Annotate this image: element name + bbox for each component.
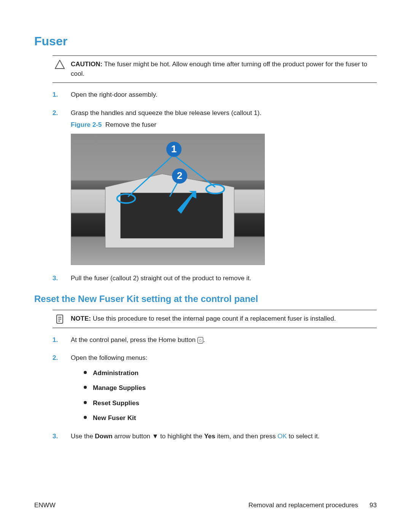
menu-item-new-fuser-kit: New Fuser Kit — [82, 413, 377, 423]
menu-item-manage-supplies: Manage Supplies — [82, 383, 377, 393]
caution-text: The fuser might be hot. Allow enough tim… — [71, 61, 367, 77]
step-text: Open the right-door assembly. — [71, 91, 157, 98]
figure-caption: Figure 2-5 Remove the fuser — [71, 120, 377, 130]
step-number: 2. — [53, 108, 58, 118]
page-footer: ENWW Removal and replacement procedures … — [34, 502, 377, 509]
menu-item-administration: Administration — [82, 368, 377, 378]
menu-list: Administration Manage Supplies Reset Sup… — [82, 368, 377, 423]
step-text: Pull the fuser (callout 2) straight out … — [71, 275, 251, 282]
step-text-seg: to highlight the — [158, 433, 204, 440]
section-heading: Fuser — [34, 34, 377, 48]
caution-icon — [54, 60, 65, 72]
ok-word: OK — [277, 433, 287, 440]
subsection-heading: Reset the New Fuser Kit setting at the c… — [34, 294, 377, 304]
figure-image: 1 2 — [71, 134, 265, 265]
step-text-seg: item, and then press — [215, 433, 277, 440]
footer-page-number: 93 — [370, 502, 377, 509]
caution-label: CAUTION: — [71, 61, 102, 68]
step-text-tail: . — [203, 336, 205, 343]
figure-title: Remove the fuser — [105, 121, 156, 128]
step-3: 3. Use the Down arrow button ▼ to highli… — [53, 431, 377, 441]
step-number: 3. — [53, 431, 58, 441]
caution-box: CAUTION: The fuser might be hot. Allow e… — [53, 55, 377, 83]
step-text: Grasp the handles and squeeze the blue r… — [71, 109, 261, 117]
procedure-list-2: 1. At the control panel, press the Home … — [53, 335, 377, 441]
down-arrow-icon: ▼ — [152, 433, 159, 440]
page: Fuser CAUTION: The fuser might be hot. A… — [0, 0, 411, 532]
menu-item-reset-supplies: Reset Supplies — [82, 398, 377, 408]
step-number: 2. — [53, 353, 58, 363]
down-word: Down — [95, 433, 112, 440]
note-icon — [54, 314, 65, 328]
step-number: 1. — [53, 335, 58, 345]
procedure-list-1: 1. Open the right-door assembly. 2. Gras… — [53, 90, 377, 283]
step-text: Open the following menus: — [71, 354, 147, 361]
callout-1: 1 — [166, 142, 182, 157]
svg-marker-0 — [55, 60, 64, 69]
step-2: 2. Grasp the handles and squeeze the blu… — [53, 108, 377, 265]
step-text-seg: to select it. — [287, 433, 320, 440]
yes-word: Yes — [204, 433, 215, 440]
footer-section: Removal and replacement procedures — [249, 502, 358, 509]
step-1: 1. Open the right-door assembly. — [53, 90, 377, 100]
note-box: NOTE: Use this procedure to reset the in… — [53, 310, 377, 328]
step-text-seg: arrow button — [113, 433, 152, 440]
footer-left: ENWW — [34, 502, 56, 509]
step-1: 1. At the control panel, press the Home … — [53, 335, 377, 345]
note-label: NOTE: — [71, 315, 91, 322]
svg-rect-2 — [120, 193, 223, 238]
step-text: At the control panel, press the Home but… — [71, 336, 198, 343]
step-number: 1. — [53, 90, 58, 100]
figure-label: Figure 2-5 — [71, 121, 102, 128]
home-button-icon: ⌂ — [198, 337, 203, 343]
step-3: 3. Pull the fuser (callout 2) straight o… — [53, 273, 377, 283]
note-text: Use this procedure to reset the internal… — [93, 315, 336, 322]
step-text-seg: Use the — [71, 433, 95, 440]
callout-2: 2 — [172, 168, 187, 184]
step-2: 2. Open the following menus: Administrat… — [53, 353, 377, 423]
step-number: 3. — [53, 273, 58, 283]
